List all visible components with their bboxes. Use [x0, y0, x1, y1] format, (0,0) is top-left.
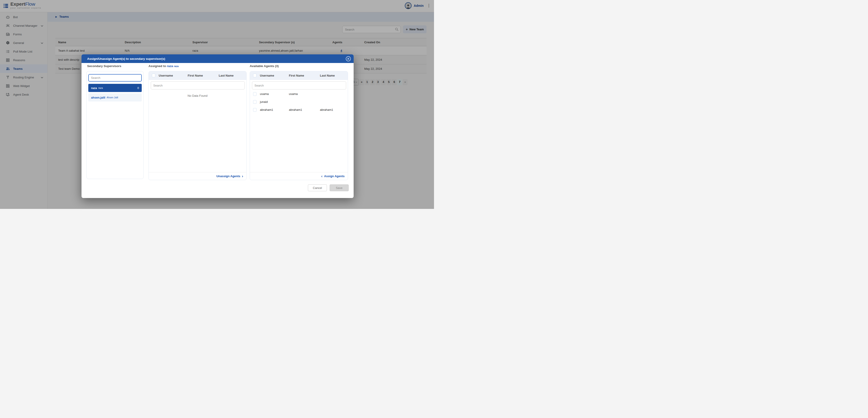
unassign-agents-label: Unassign Agents — [216, 175, 241, 178]
assigned-agents-panel: Username First Name Last Name No Data Fo… — [149, 71, 247, 180]
available-agents-panel: Username First Name Last Name usama usam… — [250, 71, 348, 180]
unassign-agents-button[interactable]: Unassign Agents › — [149, 172, 246, 180]
agent-first-name: abraham1 — [289, 108, 320, 112]
row-checkbox[interactable] — [253, 92, 256, 96]
modal-title-bar: Assign/Unassign Agent(s) to secondary su… — [82, 54, 353, 63]
assigned-supervisor-name: raza — [174, 65, 179, 67]
chevron-left-icon: ‹ — [321, 175, 322, 178]
assigned-search — [151, 81, 245, 89]
supervisors-search — [88, 74, 142, 82]
agent-username: usama — [260, 92, 289, 96]
agent-row-junaid[interactable]: junaid — [250, 98, 348, 106]
row-checkbox[interactable] — [253, 108, 256, 112]
agent-username: abraham1 — [260, 108, 289, 112]
supervisor-fullname: raza — [98, 87, 103, 89]
supervisor-fullname: Ahsen Jalil — [106, 96, 118, 99]
close-icon[interactable] — [346, 56, 351, 61]
supervisor-username: raza — [91, 86, 97, 90]
column-header-last-name: Last Name — [320, 74, 348, 77]
column-header-username: Username — [159, 74, 188, 77]
supervisors-heading: Secondary Supervisors — [87, 64, 121, 68]
supervisor-count-badge: 0 — [137, 86, 139, 90]
available-search-input[interactable] — [252, 81, 346, 89]
row-checkbox[interactable] — [253, 100, 256, 104]
available-search — [252, 81, 346, 89]
supervisor-username: ahsen.jalil — [91, 96, 105, 99]
modal-title: Assign/Unassign Agent(s) to secondary su… — [87, 57, 165, 60]
assign-agents-label: Assign Agents — [324, 175, 345, 178]
agent-username: junaid — [260, 100, 289, 103]
cancel-button[interactable]: Cancel — [308, 184, 327, 191]
available-table-header: Username First Name Last Name — [250, 71, 348, 80]
supervisor-item-raza[interactable]: raza raza 0 — [88, 84, 142, 92]
agent-row-abraham1[interactable]: abraham1 abraham1 abraham1 — [250, 106, 348, 114]
chevron-right-icon: › — [242, 175, 243, 178]
supervisors-search-input[interactable] — [88, 74, 142, 82]
select-all-checkbox[interactable] — [152, 73, 155, 77]
agent-first-name: usama — [289, 92, 320, 96]
select-all-checkbox[interactable] — [253, 73, 256, 77]
agent-row-usama[interactable]: usama usama — [250, 90, 348, 98]
column-header-last-name: Last Name — [219, 74, 246, 77]
assigned-search-input[interactable] — [151, 81, 245, 89]
no-data-text: No Data Found — [149, 94, 246, 97]
assigned-table-header: Username First Name Last Name — [149, 71, 246, 80]
available-agents-heading: Available Agents (3) — [250, 64, 279, 68]
assigned-supervisor-username: raza — [167, 64, 173, 68]
supervisors-panel: raza raza 0 ahsen.jalil Ahsen Jalil — [87, 71, 144, 179]
agent-last-name: abraham1 — [320, 108, 348, 112]
column-header-first-name: First Name — [289, 74, 320, 77]
column-header-first-name: First Name — [188, 74, 219, 77]
assign-agents-modal: Assign/Unassign Agent(s) to secondary su… — [82, 54, 353, 198]
column-header-username: Username — [260, 74, 289, 77]
save-button[interactable]: Save — [330, 184, 349, 191]
assigned-heading: Assigned to raza raza — [149, 64, 179, 68]
supervisor-item-ahsen-jalil[interactable]: ahsen.jalil Ahsen Jalil — [88, 93, 142, 101]
assign-agents-button[interactable]: ‹ Assign Agents — [250, 172, 348, 180]
